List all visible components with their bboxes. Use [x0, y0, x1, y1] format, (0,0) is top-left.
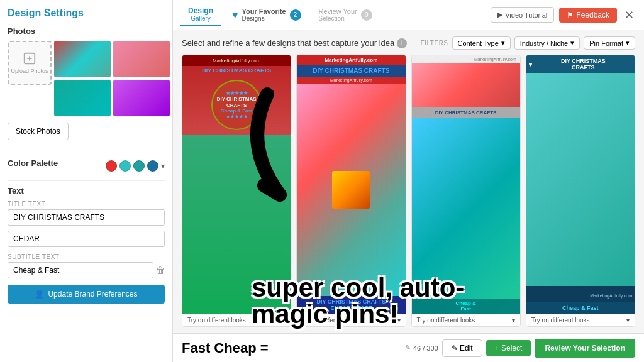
card3-dropdown-arrow: ▾	[512, 317, 515, 324]
swatch-blue[interactable]	[147, 160, 158, 172]
content-type-filter[interactable]: Content Type ▾	[452, 36, 511, 50]
card3-try-dropdown[interactable]: Try on different looks ▾	[412, 314, 520, 326]
card1-subtitle: Cheap & Fast	[221, 108, 253, 114]
info-icon[interactable]: i	[397, 38, 407, 48]
design-preview-2: MarketingArtfully.com DIY CHRISTMAS CRAF…	[297, 55, 405, 314]
card4-photo	[526, 73, 635, 286]
swatch-red[interactable]	[106, 160, 117, 172]
video-icon: ▶	[497, 11, 502, 19]
gallery-title: Select and refine a few designs that bes…	[182, 38, 394, 48]
card4-title: DIY CHRISTMASCRAFTS	[535, 58, 632, 70]
card2-site: MarketingArtfully.com	[297, 77, 405, 84]
bottom-actions: ✎ 46 / 300 ✎ Edit + Select Review Your S…	[405, 339, 635, 358]
photo-thumb-4[interactable]	[113, 80, 170, 116]
stock-photos-button[interactable]: Stock Photos	[8, 123, 69, 140]
swatch-teal[interactable]	[119, 160, 131, 172]
card1-circle-stars: ★★★★★	[226, 90, 248, 96]
industry-niche-filter[interactable]: Industry / Niche ▾	[514, 36, 580, 50]
color-palette-section: Color Palette ▾	[8, 158, 165, 173]
fast-cheap-label: Fast Cheap =	[182, 340, 269, 356]
photos-grid: Upload Photos	[8, 41, 165, 116]
design-card-4: ♥ DIY CHRISTMASCRAFTS MarketingArtfully.…	[526, 55, 635, 327]
update-brand-btn[interactable]: 👤 Update Brand Preferences	[8, 285, 165, 304]
dropdown-arrow-1: ▾	[501, 39, 505, 47]
sidebar-title: Design Settings	[8, 8, 165, 19]
main-wrapper: Design Gallery ♥ Your Favorite Designs 2…	[173, 0, 644, 362]
subtitle-text-input[interactable]	[8, 262, 153, 278]
feedback-btn[interactable]: ⚑ Feedback	[559, 8, 617, 23]
card4-try-dropdown[interactable]: Try on different looks ▾	[526, 314, 635, 326]
font-input[interactable]	[8, 231, 165, 247]
card1-site: MarketingArtfully.com	[182, 55, 291, 66]
color-palette-dropdown-icon[interactable]: ▾	[161, 162, 165, 170]
card2-photo	[297, 84, 405, 296]
dropdown-arrow-2: ▾	[570, 39, 574, 47]
card2-dropdown-arrow: ▾	[397, 317, 401, 324]
designs-grid: MarketingArtfully.com DIY CHRISTMAS CRAF…	[182, 55, 635, 327]
video-tutorial-btn[interactable]: ▶ Video Tutorial	[491, 7, 554, 23]
design-card-1: MarketingArtfully.com DIY CHRISTMAS CRAF…	[182, 55, 291, 327]
card3-photo-top	[412, 63, 520, 107]
sidebar: Design Settings Photos Upload Photos Sto…	[0, 0, 173, 362]
card1-dropdown-arrow: ▾	[282, 317, 286, 324]
subtitle-text-row: 🗑	[8, 262, 165, 278]
subtitle-text-label: SUBTITLE TEXT	[8, 253, 165, 260]
card3-site: MarketingArtfully.com	[412, 55, 520, 63]
filters-label: FILTERS	[421, 40, 448, 47]
card2-header: MarketingArtfully.com	[297, 55, 405, 65]
design-card-3: MarketingArtfully.com DIY CHRISTMAS CRAF…	[411, 55, 521, 327]
card4-subtitle: Cheap & Fast	[526, 302, 635, 314]
card3-title: DIY CHRISTMAS CRAFTS	[435, 110, 497, 116]
design-card-2: MarketingArtfully.com DIY CHRISTMAS CRAF…	[296, 55, 406, 327]
pencil-icon: ✎	[405, 344, 411, 352]
tab-review-selection[interactable]: Review Your Selection 0	[313, 5, 379, 25]
tab-design-gallery[interactable]: Design Gallery	[180, 4, 221, 26]
design-preview-4: ♥ DIY CHRISTMASCRAFTS MarketingArtfully.…	[526, 55, 635, 314]
card4-site: MarketingArtfully.com	[526, 286, 635, 302]
card1-craft-label: DIY CHRISTMAS CRAFTS	[201, 66, 272, 75]
delete-subtitle-icon[interactable]: 🗑	[156, 265, 165, 275]
pin-format-filter[interactable]: Pin Format ▾	[584, 36, 635, 50]
select-btn[interactable]: + Select	[486, 340, 531, 356]
card1-try-dropdown[interactable]: Try on different looks ▾	[182, 314, 291, 326]
favorite-count-badge: 2	[290, 9, 301, 21]
card4-header: ♥ DIY CHRISTMASCRAFTS	[526, 55, 635, 73]
card3-photo-bottom: Cheap &Fast	[412, 118, 520, 314]
card3-subtitle: Cheap &Fast	[412, 299, 520, 314]
bottom-bar: Fast Cheap = ✎ 46 / 300 ✎ Edit + Select …	[173, 333, 644, 362]
card1-circle-stars-bottom: ★★★★★	[226, 114, 248, 119]
title-text-input[interactable]	[8, 209, 165, 226]
card1-circle-text: DIY CHRISTMASCRAFTS	[217, 96, 257, 108]
text-section-label: Text	[8, 186, 165, 195]
edit-btn[interactable]: ✎ Edit	[442, 339, 482, 357]
dropdown-arrow-3: ▾	[626, 39, 630, 47]
card3-middle: DIY CHRISTMAS CRAFTS	[412, 107, 520, 118]
user-icon: 👤	[35, 290, 44, 299]
close-btn[interactable]: ✕	[622, 6, 636, 25]
card4-heart-icon: ♥	[529, 61, 533, 68]
counter-badge: ✎ 46 / 300	[405, 344, 438, 352]
gallery-area: Select and refine a few designs that bes…	[173, 30, 644, 333]
flag-icon: ⚑	[567, 11, 574, 19]
upload-photos-btn[interactable]: Upload Photos	[8, 41, 52, 85]
top-nav: Design Gallery ♥ Your Favorite Designs 2…	[173, 0, 644, 30]
photo-thumb-3[interactable]	[54, 80, 111, 116]
tab-favorite-designs[interactable]: ♥ Your Favorite Designs 2	[226, 5, 308, 25]
card2-title: DIY CHRISTMAS CRAFTS	[297, 65, 405, 77]
design-preview-1: MarketingArtfully.com DIY CHRISTMAS CRAF…	[182, 55, 291, 314]
heart-icon: ♥	[232, 9, 238, 21]
photos-section-label: Photos	[8, 26, 165, 36]
photo-thumb-1[interactable]	[54, 41, 111, 77]
card4-dropdown-arrow: ▾	[626, 317, 630, 324]
color-palette-label: Color Palette	[8, 158, 58, 168]
photo-thumb-2[interactable]	[113, 41, 170, 77]
card1-circle: ★★★★★ DIY CHRISTMASCRAFTS Cheap & Fast ★…	[211, 80, 262, 130]
gallery-header: Select and refine a few designs that bes…	[182, 36, 635, 50]
review-selection-btn[interactable]: Review Your Selection	[535, 339, 635, 358]
title-text-label: TITLE TEXT	[8, 200, 165, 207]
color-swatches	[106, 160, 158, 172]
card2-try-dropdown[interactable]: Try on different looks ▾	[297, 314, 405, 326]
swatch-teal2[interactable]	[133, 160, 145, 172]
design-preview-3: MarketingArtfully.com DIY CHRISTMAS CRAF…	[412, 55, 520, 314]
filters-section: FILTERS Content Type ▾ Industry / Niche …	[421, 36, 635, 50]
